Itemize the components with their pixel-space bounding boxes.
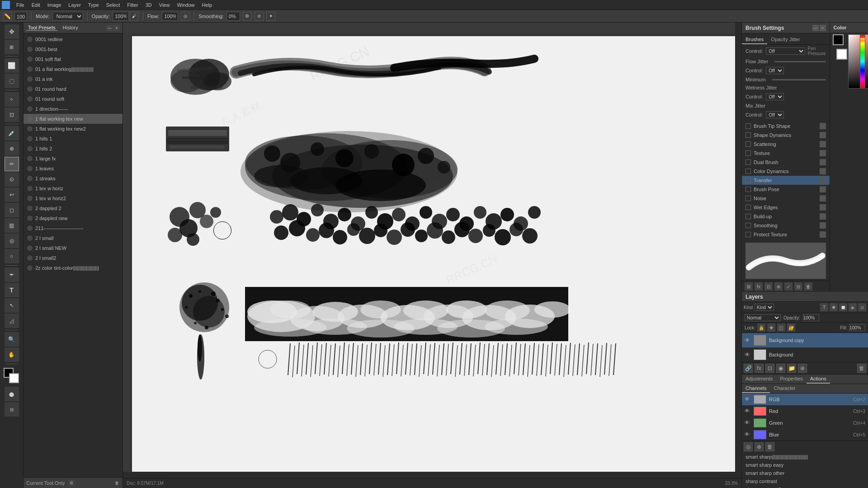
brush-item-settings-icon[interactable] (820, 204, 826, 211)
brush-item-settings-icon[interactable] (820, 213, 826, 220)
layer-item[interactable]: 👁Background copy (742, 333, 868, 347)
preset-item[interactable]: 001 soft flat (24, 54, 123, 64)
bs-tab-opacity[interactable]: Opacity Jitter (767, 35, 803, 44)
channel-item[interactable]: 👁RedCtrl+3 (742, 405, 868, 417)
brush-item-settings-icon[interactable] (820, 177, 826, 183)
menu-filter[interactable]: Filter (123, 2, 142, 8)
preset-item[interactable]: 1 leaves (24, 164, 123, 174)
brush-settings-item[interactable]: Protect Texture (742, 230, 830, 239)
brush-item-checkbox[interactable] (745, 205, 751, 210)
lock-artboard[interactable]: ◫ (777, 324, 785, 332)
menu-image[interactable]: Image (44, 2, 65, 8)
brush-item-settings-icon[interactable] (820, 150, 826, 156)
brush-item-settings-icon[interactable] (820, 141, 826, 147)
crop-tool[interactable]: ⊡ (5, 108, 19, 122)
presets-settings[interactable]: ⚙ (68, 480, 75, 486)
white-canvas[interactable]: RRCG.CN 八人素材 RRCG.CN 八人素材 RRCG.CN (132, 36, 735, 472)
icon-4[interactable]: ⊕ (774, 282, 783, 291)
new-fill-btn[interactable]: ◉ (776, 364, 785, 373)
channel-item[interactable]: 👁GreenCtrl+4 (742, 417, 868, 429)
delete-layer-btn[interactable]: 🗑 (857, 364, 866, 373)
lp-icon-1[interactable]: T (820, 303, 828, 311)
lp-icon-5[interactable]: ⊙ (858, 303, 866, 311)
flow-jitter-slider[interactable] (774, 61, 826, 62)
preset-item[interactable]: 0001-best (24, 44, 123, 54)
eraser-tool[interactable]: ◻ (5, 203, 19, 217)
min-slider[interactable] (772, 79, 826, 80)
preset-item[interactable]: 2z color tint-color|||||||||||||||||||| (24, 263, 123, 273)
control-select-4[interactable]: Off (766, 111, 784, 118)
eyedropper-tool[interactable]: 💉 (5, 126, 19, 141)
brush-item-checkbox[interactable] (745, 150, 751, 156)
screen-mode[interactable]: ⊟ (5, 402, 19, 417)
brush-item-checkbox[interactable] (745, 132, 751, 138)
brush-settings-item[interactable]: Shape Dynamics (742, 131, 830, 140)
preset-item[interactable]: 1 flat working tex new (24, 114, 123, 124)
fg-color-swatch[interactable] (833, 34, 844, 45)
brush-item-checkbox[interactable] (745, 123, 751, 129)
brush-settings-item[interactable]: Brush Tip Shape (742, 122, 830, 131)
brush-tool[interactable]: ✏ (5, 157, 19, 171)
menu-select[interactable]: Select (103, 2, 124, 8)
preset-item[interactable]: 211------------------------ (24, 223, 123, 233)
preset-item[interactable]: 1 streaks (24, 174, 123, 183)
brush-item-settings-icon[interactable] (820, 123, 826, 129)
smoothing-settings[interactable]: ⚙ (243, 12, 252, 21)
new-group-btn[interactable]: 📁 (787, 364, 796, 373)
lp-icon-4[interactable]: ◈ (849, 303, 857, 311)
artboard-tool[interactable]: ⊞ (5, 40, 19, 54)
menu-edit[interactable]: Edit (28, 2, 44, 8)
channel-visibility-icon[interactable]: 👁 (745, 432, 751, 438)
lp-icon-3[interactable]: 🔲 (839, 303, 847, 311)
scroll-v[interactable] (735, 23, 741, 478)
brush-item-checkbox[interactable] (745, 196, 751, 201)
fill-value-input[interactable] (849, 324, 865, 331)
brush-settings-item[interactable]: Scattering (742, 140, 830, 149)
flow-input[interactable] (162, 12, 178, 21)
preset-item[interactable]: 2 l small NEW (24, 243, 123, 253)
tab-history[interactable]: History (61, 25, 80, 31)
preset-item[interactable]: 01 round soft (24, 94, 123, 104)
quick-mask[interactable]: ⬤ (5, 387, 19, 401)
brush-settings-item[interactable]: Noise (742, 194, 830, 203)
control-select-3[interactable]: Off (766, 93, 784, 100)
sub-tab-character[interactable]: Character (770, 384, 799, 393)
action-item[interactable]: smart sharp|||||||||||||||||||||||||||| (742, 453, 868, 461)
brush-item-settings-icon[interactable] (820, 195, 826, 202)
opacity-input[interactable] (113, 12, 129, 21)
preset-item[interactable]: 1 flat working tex new2 (24, 124, 123, 134)
lp-icon-2[interactable]: ✱ (830, 303, 838, 311)
brush-item-checkbox[interactable] (745, 178, 751, 183)
control-select-1[interactable]: OffPen Pressure (766, 47, 805, 55)
brush-item-checkbox[interactable] (745, 141, 751, 147)
channel-visibility-icon[interactable]: 👁 (745, 408, 751, 414)
new-layer-btn[interactable]: ⊕ (798, 364, 807, 373)
layer-fx-btn[interactable]: fx (755, 364, 764, 373)
brush-settings-item[interactable]: Build-up (742, 212, 830, 221)
opacity-toggle[interactable]: 🖌 (130, 12, 139, 21)
preset-item[interactable]: 1 hills 1 (24, 134, 123, 144)
preset-item[interactable]: 01 round hard (24, 84, 123, 94)
tab-actions[interactable]: Actions (807, 375, 830, 384)
icon-3[interactable]: ⊡ (764, 282, 773, 291)
blur-tool[interactable]: ◎ (5, 234, 19, 248)
icon-7[interactable]: 🗑 (804, 282, 812, 291)
layer-item[interactable]: 👁Background (742, 347, 868, 362)
marquee-tool[interactable]: ⬜ (5, 58, 19, 73)
menu-view[interactable]: View (156, 2, 174, 8)
action-item[interactable]: smart sharp easy (742, 461, 868, 469)
preset-item[interactable]: 1 tex w horiz (24, 183, 123, 193)
ch-btn-2[interactable]: ⊕ (755, 442, 764, 451)
opacity-value-input[interactable] (803, 314, 819, 321)
path-selector[interactable]: ↖ (5, 298, 19, 313)
clone-tool[interactable]: ⊙ (5, 172, 19, 187)
brush-settings-item[interactable]: Transfer (742, 176, 830, 185)
bg-color-swatch[interactable] (836, 49, 847, 60)
icon-6[interactable]: ⊟ (794, 282, 802, 291)
layer-mask-btn[interactable]: ⊡ (765, 364, 774, 373)
erase-tool[interactable]: ⊘ (255, 12, 264, 21)
brush-item-checkbox[interactable] (745, 214, 751, 219)
brush-item-checkbox[interactable] (745, 187, 751, 192)
menu-layer[interactable]: Layer (65, 2, 85, 8)
history-brush[interactable]: ↩ (5, 188, 19, 202)
